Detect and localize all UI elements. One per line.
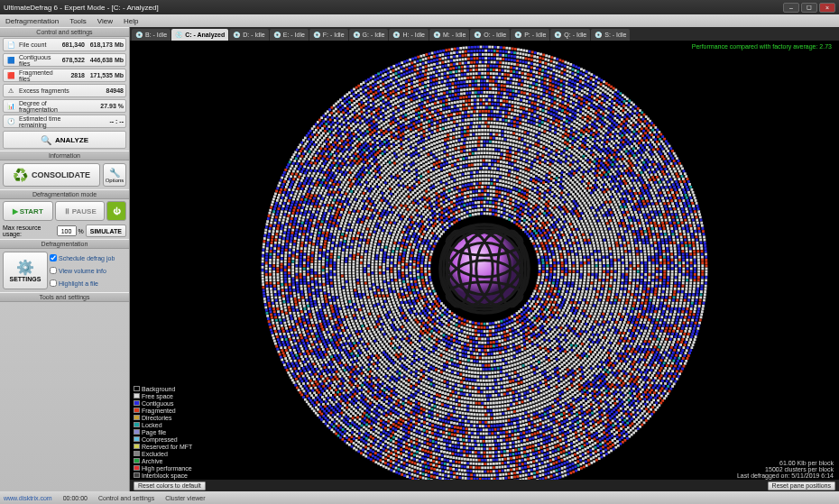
svg-rect-2551 xyxy=(281,271,283,274)
svg-rect-8345 xyxy=(540,133,543,136)
svg-rect-762 xyxy=(297,155,300,158)
resource-input[interactable] xyxy=(57,225,77,236)
svg-rect-2854 xyxy=(560,451,563,454)
svg-rect-6016 xyxy=(650,293,653,296)
svg-rect-13379 xyxy=(433,237,436,240)
svg-rect-463 xyxy=(696,207,699,210)
svg-rect-9517 xyxy=(473,137,475,140)
pause-button[interactable]: ⏸ PAUSE xyxy=(55,201,106,221)
check-schedule[interactable]: Schedule defrag job xyxy=(50,254,126,261)
svg-rect-13000 xyxy=(522,209,525,212)
svg-rect-6102 xyxy=(474,436,476,439)
close-button[interactable]: × xyxy=(819,3,835,13)
reset-pane-button[interactable]: Reset pane positions xyxy=(768,481,835,490)
svg-rect-12974 xyxy=(450,206,453,208)
website-link[interactable]: www.disktrix.com xyxy=(4,495,52,501)
svg-rect-10414 xyxy=(587,317,590,320)
svg-rect-707 xyxy=(269,307,272,310)
svg-rect-1451 xyxy=(679,344,682,346)
consolidate-button[interactable]: ♻️ CONSOLIDATE xyxy=(3,163,100,187)
svg-rect-11813 xyxy=(536,344,539,346)
svg-rect-10438 xyxy=(541,368,544,371)
status-tab-cluster[interactable]: Cluster viewer xyxy=(165,495,205,501)
drive-tab[interactable]: 💿E: - Idle xyxy=(270,29,309,41)
start-button[interactable]: ▶ START xyxy=(3,201,53,221)
svg-rect-8811 xyxy=(420,390,422,393)
svg-rect-11440 xyxy=(402,328,405,331)
reset-colors-button[interactable]: Reset colors to default xyxy=(134,481,206,490)
drive-tab[interactable]: 💿H: - Idle xyxy=(389,29,429,41)
svg-rect-1302 xyxy=(467,54,470,57)
maximize-button[interactable]: ◻ xyxy=(801,3,817,13)
svg-rect-10092 xyxy=(547,161,549,164)
svg-rect-759 xyxy=(292,162,295,165)
svg-rect-8187 xyxy=(423,400,426,403)
check-highlight[interactable]: Highlight a file xyxy=(50,279,126,287)
disk-visualization[interactable] xyxy=(259,43,710,491)
drive-tab[interactable]: 💿M: - Idle xyxy=(429,29,469,41)
svg-rect-535 xyxy=(653,404,656,407)
analyze-button[interactable]: 🔍 ANALYZE xyxy=(3,131,126,149)
svg-rect-646 xyxy=(364,450,367,453)
simulate-button[interactable]: SIMULATE xyxy=(86,225,126,237)
drive-tab[interactable]: 💿B: - Idle xyxy=(132,29,171,41)
svg-rect-8260 xyxy=(344,225,346,227)
svg-rect-1799 xyxy=(571,77,574,79)
svg-rect-2558 xyxy=(281,252,283,254)
svg-rect-12044 xyxy=(451,351,454,353)
svg-rect-8281 xyxy=(373,172,375,175)
svg-rect-2976 xyxy=(288,307,290,309)
svg-rect-4005 xyxy=(636,151,639,154)
svg-rect-6276 xyxy=(466,99,468,102)
svg-rect-11347 xyxy=(586,250,589,252)
drive-tab[interactable]: 💿P: - Idle xyxy=(511,29,549,41)
svg-rect-12703 xyxy=(558,247,561,250)
menu-view[interactable]: View xyxy=(97,17,113,25)
svg-rect-7592 xyxy=(329,270,332,273)
svg-rect-5280 xyxy=(636,355,639,358)
drive-tab[interactable]: 💿F: - Idle xyxy=(309,29,348,41)
menu-help[interactable]: Help xyxy=(124,17,138,25)
svg-rect-3123 xyxy=(555,81,558,84)
svg-rect-6467 xyxy=(474,432,476,435)
menu-tools[interactable]: Tools xyxy=(69,17,87,25)
svg-rect-3737 xyxy=(478,459,481,462)
svg-rect-2666 xyxy=(493,65,495,68)
svg-rect-9977 xyxy=(381,335,383,338)
status-tab-control[interactable]: Control and settings xyxy=(98,495,154,501)
drive-tab[interactable]: 💿Q: - Idle xyxy=(550,29,590,41)
svg-rect-1418 xyxy=(696,250,699,252)
drive-tab[interactable]: 💿G: - Idle xyxy=(349,29,389,41)
svg-rect-4234 xyxy=(302,319,305,322)
svg-rect-2982 xyxy=(285,289,288,292)
svg-rect-2303 xyxy=(673,186,676,188)
menu-defrag[interactable]: Defragmentation xyxy=(5,17,59,25)
svg-rect-1149 xyxy=(302,382,305,385)
svg-rect-7470 xyxy=(587,380,590,383)
svg-rect-2585 xyxy=(301,177,304,179)
drive-tab[interactable]: 💿C: - Analyzed xyxy=(171,29,228,41)
svg-rect-8787 xyxy=(487,406,490,408)
svg-rect-10510 xyxy=(373,301,375,304)
settings-button[interactable]: ⚙️ SETTINGS xyxy=(3,252,48,289)
options-button[interactable]: 🔧 Options xyxy=(103,163,126,187)
svg-rect-5143 xyxy=(463,88,466,91)
svg-rect-4935 xyxy=(538,439,540,442)
svg-rect-431 xyxy=(654,126,657,129)
drive-tab[interactable]: 💿D: - Idle xyxy=(229,29,269,41)
minimize-button[interactable]: – xyxy=(783,3,799,13)
svg-rect-7930 xyxy=(335,247,337,250)
svg-rect-651 xyxy=(353,442,355,444)
svg-rect-5461 xyxy=(317,208,319,211)
power-button[interactable]: ⏻ xyxy=(106,201,126,221)
svg-rect-7439 xyxy=(632,305,635,307)
svg-rect-10016 xyxy=(366,228,369,231)
drive-tab[interactable]: 💿S: - Idle xyxy=(591,29,630,41)
svg-rect-4678 xyxy=(310,205,313,207)
svg-rect-9213 xyxy=(425,146,428,149)
drive-tab[interactable]: 💿O: - Idle xyxy=(470,29,510,41)
svg-rect-6410 xyxy=(616,364,619,367)
check-volinfo[interactable]: View volume info xyxy=(50,267,126,274)
svg-rect-1518 xyxy=(541,470,544,472)
svg-rect-7087 xyxy=(641,276,643,279)
